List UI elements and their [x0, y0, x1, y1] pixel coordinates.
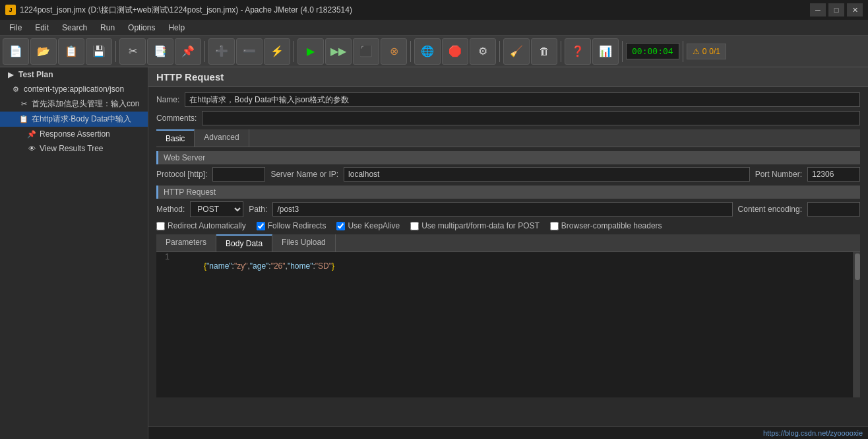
paste-button[interactable]: 📌	[175, 38, 201, 65]
main-layout: ▶ Test Plan ⚙ content-type:application/j…	[0, 67, 868, 439]
code-content[interactable]: {"name":"zy","age":"26","home":"SD"}	[177, 252, 853, 397]
window-title: 1224post_json.jmx (D:\接口测试+web测试\1224pos…	[20, 5, 352, 16]
name-input[interactable]	[185, 92, 860, 107]
expand-button[interactable]: ➕	[208, 38, 235, 65]
sidebar-item-first-add[interactable]: ✂ 首先添加信息头管理：输入con	[0, 96, 148, 112]
new-button[interactable]: 📄	[3, 38, 29, 65]
test-plan-icon: ▶	[5, 69, 16, 80]
cut-button[interactable]: ✂	[119, 38, 146, 65]
remote-start-button[interactable]: 🌐	[414, 38, 441, 65]
toolbar-sep-7	[622, 41, 623, 62]
save-button[interactable]: 💾	[86, 38, 112, 65]
protocol-input[interactable]	[212, 167, 265, 182]
web-server-section: Web Server	[156, 151, 860, 164]
minimize-button[interactable]: ─	[810, 3, 826, 17]
keepalive-checkbox[interactable]	[336, 222, 345, 230]
age-key: "age"	[250, 261, 269, 271]
menu-search[interactable]: Search	[55, 22, 94, 34]
maximize-button[interactable]: □	[828, 3, 844, 17]
sidebar-item-test-plan[interactable]: ▶ Test Plan	[0, 67, 148, 82]
tab-body-data[interactable]: Body Data	[216, 234, 272, 252]
menu-options[interactable]: Options	[121, 22, 162, 34]
method-label: Method:	[156, 205, 185, 214]
port-label: Port Number:	[755, 170, 802, 179]
follow-redirects-label: Follow Redirects	[268, 221, 326, 230]
sidebar-item-content-type[interactable]: ⚙ content-type:application/json	[0, 82, 148, 96]
comments-input[interactable]	[202, 111, 860, 125]
menu-edit[interactable]: Edit	[28, 22, 55, 34]
bottom-bar: https://blog.csdn.net/zyooooxie	[148, 426, 868, 439]
test-plan-label: Test Plan	[18, 70, 53, 79]
multipart-checkbox[interactable]	[410, 222, 419, 230]
remote-shutdown-button[interactable]: ⚙	[470, 38, 496, 65]
method-select[interactable]: POST GET PUT DELETE	[190, 201, 243, 217]
tab-parameters[interactable]: Parameters	[156, 234, 216, 252]
follow-redirects-checkbox-label[interactable]: Follow Redirects	[257, 221, 326, 230]
server-input[interactable]	[344, 167, 750, 182]
page-title: HTTP Request	[156, 71, 860, 83]
app-icon: J	[5, 5, 16, 15]
name-row: Name:	[156, 92, 860, 107]
template-button[interactable]: 📊	[592, 38, 619, 65]
clear-all-button[interactable]: 🗑	[531, 38, 557, 65]
sidebar-item-view-results[interactable]: 👁 View Results Tree	[0, 141, 148, 156]
browser-compat-checkbox-label[interactable]: Browser-compatible headers	[550, 221, 662, 230]
server-label: Server Name or IP:	[270, 170, 338, 179]
toolbar-sep-4	[410, 41, 411, 62]
help-button[interactable]: ❓	[565, 38, 591, 65]
editor-wrapper: 1 {"name":"zy","age":"26","home":"SD"}	[156, 252, 860, 397]
line-numbers: 1	[156, 252, 170, 397]
code-editor[interactable]: 1 {"name":"zy","age":"26","home":"SD"}	[156, 252, 853, 397]
http-request-label: 在http请求·Body Data中输入	[32, 114, 131, 125]
warning-icon: ⚠	[693, 47, 700, 56]
remote-stop-button[interactable]: 🛑	[442, 38, 468, 65]
start-no-pause-button[interactable]: ▶▶	[325, 38, 352, 65]
tab-files-upload[interactable]: Files Upload	[272, 234, 336, 252]
open-button[interactable]: 📂	[30, 38, 57, 65]
clear-button[interactable]: 🧹	[503, 38, 530, 65]
view-results-label: View Results Tree	[40, 144, 104, 153]
home-key: "home"	[288, 261, 313, 271]
sidebar-item-response-assertion[interactable]: 📌 Response Assertion	[0, 127, 148, 141]
keepalive-checkbox-label[interactable]: Use KeepAlive	[336, 221, 400, 230]
editor-scrollbar[interactable]	[853, 252, 860, 397]
toggle-button[interactable]: ⚡	[264, 38, 290, 65]
content-encoding-input[interactable]	[807, 202, 860, 217]
multipart-checkbox-label[interactable]: Use multipart/form-data for POST	[410, 221, 540, 230]
tab-advanced[interactable]: Advanced	[195, 129, 249, 147]
start-button[interactable]: ▶	[297, 38, 324, 65]
redirect-auto-checkbox-label[interactable]: Redirect Automatically	[156, 221, 246, 230]
redirect-auto-checkbox[interactable]	[156, 222, 165, 230]
content-body: Name: Comments: Basic Advanced Web Serve…	[148, 87, 868, 426]
title-bar-left: J 1224post_json.jmx (D:\接口测试+web测试\1224p…	[5, 5, 352, 16]
save-template-button[interactable]: 📋	[58, 38, 84, 65]
menu-file[interactable]: File	[3, 22, 28, 34]
menu-help[interactable]: Help	[162, 22, 191, 34]
close-button[interactable]: ✕	[847, 3, 863, 17]
age-val: "26"	[271, 261, 286, 271]
tab-basic[interactable]: Basic	[156, 129, 195, 147]
ratio-display: 0/1	[709, 47, 720, 56]
http-request-section: HTTP Request	[156, 186, 860, 199]
window-controls[interactable]: ─ □ ✕	[810, 3, 863, 17]
keepalive-label: Use KeepAlive	[348, 221, 400, 230]
sidebar-item-http-request[interactable]: 📋 在http请求·Body Data中输入	[0, 112, 148, 127]
warning-number: 0	[702, 47, 707, 56]
menu-run[interactable]: Run	[94, 22, 121, 34]
path-input[interactable]	[272, 202, 732, 217]
scrollbar-thumb[interactable]	[855, 253, 860, 280]
port-input[interactable]	[807, 167, 860, 182]
browser-compat-checkbox[interactable]	[550, 222, 559, 230]
redirect-auto-label: Redirect Automatically	[168, 221, 246, 230]
content-encoding-label: Content encoding:	[738, 205, 802, 214]
collapse-button[interactable]: ➖	[236, 38, 263, 65]
stop-button[interactable]: ⬛	[353, 38, 379, 65]
shutdown-button[interactable]: ⊗	[381, 38, 407, 65]
copy-button[interactable]: 📑	[147, 38, 173, 65]
content-type-icon: ⚙	[11, 84, 21, 94]
server-row: Protocol [http]: Server Name or IP: Port…	[156, 167, 860, 182]
content-area: HTTP Request Name: Comments: Basic Advan…	[148, 67, 868, 439]
follow-redirects-checkbox[interactable]	[257, 222, 265, 230]
toolbar-sep-2	[204, 41, 205, 62]
checkbox-row: Redirect Automatically Follow Redirects …	[156, 221, 860, 230]
